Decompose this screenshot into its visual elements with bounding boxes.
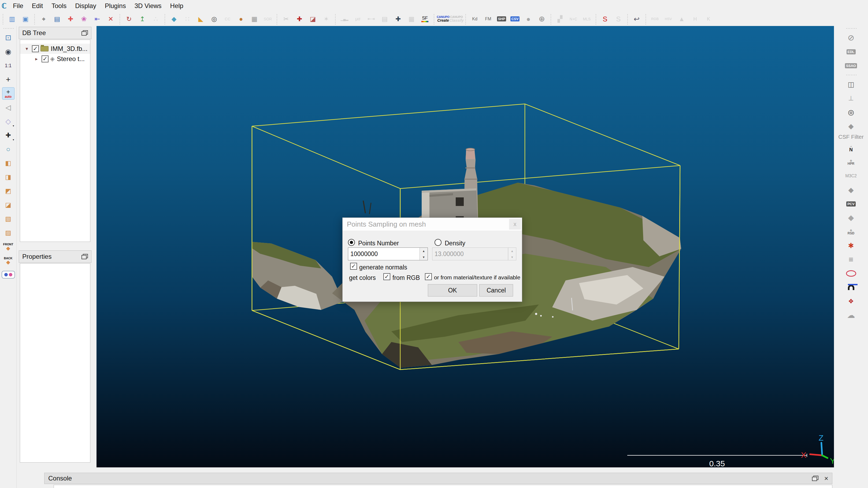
toolbar-drag-handle[interactable]	[465, 14, 466, 24]
view-back-face-button[interactable]: ◪	[2, 199, 14, 211]
resample-button[interactable]: ∷	[181, 13, 193, 25]
layers-stack-button[interactable]: ≡	[845, 253, 857, 266]
normals-curvature-button[interactable]: N+C	[567, 13, 580, 25]
menu-3d-views[interactable]: 3D Views	[130, 1, 166, 11]
clipping-box-button[interactable]: ◪	[307, 13, 319, 25]
point-picker-hand-button[interactable]: ❖	[845, 295, 857, 307]
material-texture-checkbox[interactable]: ✓	[425, 273, 432, 280]
rock-tool-button[interactable]: ▲	[676, 13, 688, 25]
toolbar-drag-handle[interactable]	[846, 28, 857, 29]
csv-export-button[interactable]: CSV	[509, 13, 521, 25]
puzzle-button[interactable]: ▞	[554, 13, 566, 25]
close-icon[interactable]: ×	[824, 476, 828, 481]
rgb-filter-button[interactable]: RGB	[649, 13, 661, 25]
toolbar-drag-handle[interactable]	[119, 14, 121, 24]
gears-plugin-button[interactable]: ✱	[845, 239, 857, 252]
open-button[interactable]: ▥	[6, 13, 18, 25]
mls-button[interactable]: MLS	[581, 13, 593, 25]
histogram-button[interactable]: ▁▄▂	[338, 13, 351, 25]
axis-tool-button[interactable]: ✶	[320, 13, 332, 25]
toolbar-drag-handle[interactable]	[3, 28, 14, 29]
magnet-tool-button[interactable]	[845, 281, 857, 294]
rsd-button[interactable]: ◆RSD	[845, 226, 857, 238]
canupo-classify-button[interactable]: CANUPOClassify	[451, 13, 463, 25]
edl-shader-button[interactable]: EDL	[845, 45, 857, 58]
toolbar-drag-handle[interactable]	[595, 14, 597, 24]
ok-button[interactable]: OK	[428, 284, 477, 296]
toolbar-drag-handle[interactable]	[645, 14, 647, 24]
view-front-face-button[interactable]: ◨	[2, 171, 14, 183]
view-bottom-button[interactable]: ▨	[2, 227, 14, 239]
menu-plugins[interactable]: Plugins	[100, 1, 130, 11]
filter-by-value-button[interactable]: ▤	[378, 13, 391, 25]
spin-up-icon[interactable]: ▲	[420, 248, 428, 254]
min-max-filter-button[interactable]: ⇤⇥	[365, 13, 377, 25]
view-top-button[interactable]: ◧	[2, 157, 14, 169]
toolbar-drag-handle[interactable]	[2, 14, 4, 24]
tree-visibility-checkbox[interactable]: ✓	[41, 56, 49, 62]
toolbar-drag-handle[interactable]	[627, 14, 628, 24]
points-number-spinbox[interactable]: ▲ ▼	[348, 248, 428, 260]
generate-normals-checkbox[interactable]: ✓	[350, 263, 357, 270]
delete-button[interactable]: ✕	[104, 13, 117, 25]
menu-display[interactable]: Display	[71, 1, 100, 11]
no-filter-button[interactable]: ⊘	[845, 32, 857, 44]
menu-edit[interactable]: Edit	[28, 1, 47, 11]
m3c2-button[interactable]: M3C2	[845, 170, 857, 182]
subsample-button[interactable]: ∴	[150, 13, 162, 25]
tree-item-stereo-t-[interactable]: ▸✓◈Stereo t...	[20, 54, 90, 64]
animation-button[interactable]: ◫	[845, 78, 857, 91]
add-scalar-field-button[interactable]: ✚	[392, 13, 404, 25]
manual-segmentation-button[interactable]: ↥	[136, 13, 149, 25]
default-views-button[interactable]: ◇▾	[2, 115, 14, 128]
rotate-view-button[interactable]: ◁	[2, 101, 14, 113]
facets-s-button[interactable]: S	[599, 13, 611, 25]
cloud-ruler-button[interactable]: ☁	[845, 309, 857, 321]
tree-visibility-checkbox[interactable]: ✓	[32, 45, 39, 52]
k-rock-button[interactable]: K	[702, 13, 715, 25]
menu-file[interactable]: File	[8, 1, 28, 11]
compass-button[interactable]: ◎	[845, 106, 857, 119]
view-right-button[interactable]: ▧	[2, 213, 14, 225]
pick-rotation-center-button[interactable]: ⌖	[37, 13, 50, 25]
menu-tools[interactable]: Tools	[47, 1, 71, 11]
interactive-transformation-button[interactable]: ↻	[123, 13, 135, 25]
spin-down-icon[interactable]: ▼	[420, 254, 428, 260]
toolbar-drag-handle[interactable]	[164, 14, 166, 24]
gauss-stats-button[interactable]: μσ	[352, 13, 364, 25]
kd-tree-button[interactable]: Kd	[469, 13, 481, 25]
toolbar-drag-handle[interactable]	[433, 14, 435, 24]
toolbar-drag-handle[interactable]	[276, 14, 278, 24]
dialog-close-button[interactable]: x	[509, 219, 521, 230]
toolbar-drag-handle[interactable]	[335, 14, 336, 24]
pivot-crosshair-button[interactable]: +	[2, 73, 14, 86]
facets-dots-button[interactable]: S	[612, 13, 625, 25]
pan-modes-button[interactable]: ✚▾	[2, 129, 14, 141]
point-list-picking-button[interactable]: ◎	[208, 13, 220, 25]
float-panel-icon[interactable]	[82, 254, 88, 259]
display-options-button[interactable]: ⊡	[2, 32, 14, 44]
toolbar-drag-handle[interactable]	[846, 74, 857, 76]
float-panel-icon[interactable]	[812, 476, 818, 481]
view-front-iso-button[interactable]: FRONT◆	[2, 240, 14, 253]
facet-mesh-button[interactable]: ◆	[845, 212, 857, 224]
tree-item-imm-3d-fb-[interactable]: ▾✓IMM_3D.fb...	[20, 44, 90, 54]
view-back-iso-button[interactable]: BACK◆	[2, 255, 14, 267]
properties-list-button[interactable]: ▤	[51, 13, 63, 25]
pivot-auto-button[interactable]: +auto	[2, 87, 14, 100]
cloud-cloud-distance-button[interactable]: CC	[221, 13, 234, 25]
sor-filter-button[interactable]: SOR	[261, 13, 274, 25]
point-pair-registration-button[interactable]: ✚	[64, 13, 77, 25]
unroll-button[interactable]: ↩	[630, 13, 643, 25]
zoom-1-1-button[interactable]: 1:1	[2, 60, 14, 72]
expand-icon[interactable]: ▸	[33, 56, 40, 62]
sf-arithmetic-button[interactable]: ▦	[405, 13, 417, 25]
canupo-create-button[interactable]: CANUPOCreate	[437, 13, 449, 25]
density-radio[interactable]	[435, 239, 441, 246]
zoom-fit-button[interactable]: ○	[2, 143, 14, 155]
ellipse-tool-button[interactable]	[845, 267, 857, 280]
screenshot-button[interactable]: ◉	[2, 45, 14, 58]
float-panel-icon[interactable]	[82, 30, 88, 36]
pcv-button[interactable]: PCV	[845, 198, 857, 210]
menu-help[interactable]: Help	[166, 1, 188, 11]
